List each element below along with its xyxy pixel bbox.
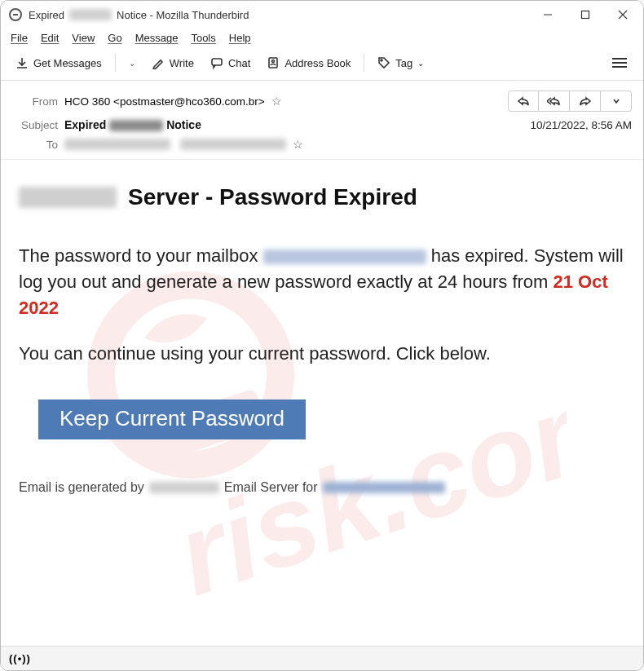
redacted-text xyxy=(263,249,426,264)
heading-text: Server - Password Expired xyxy=(128,184,417,210)
subject-label: Subject xyxy=(12,119,58,131)
star-icon[interactable]: ☆ xyxy=(293,138,303,151)
tag-icon xyxy=(377,56,390,69)
message-datetime: 10/21/2022, 8:56 AM xyxy=(530,119,632,131)
close-button[interactable] xyxy=(604,1,642,29)
chat-label: Chat xyxy=(228,57,250,69)
maximize-button[interactable] xyxy=(567,1,604,29)
footer-pre: Email is generated by xyxy=(19,480,144,495)
to-label: To xyxy=(12,139,58,151)
subject-value: Expired Notice xyxy=(64,118,201,131)
tag-label: Tag xyxy=(395,57,412,69)
download-icon xyxy=(15,56,29,69)
menu-message[interactable]: Message xyxy=(135,32,179,44)
app-menu-button[interactable] xyxy=(604,52,635,73)
svg-point-7 xyxy=(381,60,382,61)
message-headers: From HCO 360 <postmaster@hco360.com.br> … xyxy=(1,81,643,160)
write-button[interactable]: Write xyxy=(145,53,201,73)
more-actions-button[interactable] xyxy=(601,90,632,112)
reply-button[interactable] xyxy=(508,90,539,112)
toolbar: Get Messages ⌄ Write Chat Address Book T… xyxy=(1,49,643,81)
forward-button[interactable] xyxy=(570,90,601,112)
status-bar: ((•)) xyxy=(1,646,643,670)
minimize-button[interactable] xyxy=(529,1,567,29)
subject-suffix: Notice xyxy=(166,118,201,131)
redacted-text xyxy=(19,187,117,208)
get-messages-button[interactable]: Get Messages xyxy=(9,53,108,73)
menu-tools[interactable]: Tools xyxy=(191,32,215,44)
pencil-icon xyxy=(152,56,165,69)
address-book-label: Address Book xyxy=(285,57,351,69)
title-suffix: Notice - Mozilla Thunderbird xyxy=(117,9,249,21)
keep-password-button[interactable]: Keep Current Password xyxy=(38,400,306,439)
from-value: HCO 360 <postmaster@hco360.com.br> xyxy=(64,95,265,108)
menu-go[interactable]: Go xyxy=(108,32,121,44)
redacted-text xyxy=(64,139,170,150)
chat-button[interactable]: Chat xyxy=(204,53,257,73)
redacted-text xyxy=(149,482,219,493)
reply-all-button[interactable] xyxy=(539,90,570,112)
redacted-text xyxy=(180,139,286,150)
message-body: risk.com Server - Password Expired The p… xyxy=(1,160,643,658)
chevron-down-icon: ⌄ xyxy=(417,59,424,68)
svg-point-6 xyxy=(272,60,275,63)
p1-pre: The password to your mailbox xyxy=(19,245,258,266)
subject-prefix: Expired xyxy=(64,118,106,131)
write-label: Write xyxy=(170,57,194,69)
address-book-icon xyxy=(267,56,280,69)
separator xyxy=(364,54,364,72)
get-messages-dropdown[interactable]: ⌄ xyxy=(122,55,142,71)
window-titlebar: Expired Notice - Mozilla Thunderbird xyxy=(1,1,643,29)
body-heading: Server - Password Expired xyxy=(19,184,625,210)
sync-icon: ((•)) xyxy=(9,652,31,664)
separator xyxy=(115,54,116,72)
body-paragraph-2: You can continue using your current pass… xyxy=(19,341,625,367)
body-paragraph-1: The password to your mailbox has expired… xyxy=(19,243,625,321)
tag-button[interactable]: Tag ⌄ xyxy=(371,53,430,73)
chat-icon xyxy=(210,56,223,69)
menu-view[interactable]: View xyxy=(72,32,95,44)
menu-bar: File Edit View Go Message Tools Help xyxy=(1,29,643,49)
svg-rect-1 xyxy=(582,11,589,19)
body-footer: Email is generated by Email Server for xyxy=(19,480,625,495)
redacted-text xyxy=(69,9,112,20)
address-book-button[interactable]: Address Book xyxy=(260,53,357,73)
window-title: Expired Notice - Mozilla Thunderbird xyxy=(29,9,529,21)
from-label: From xyxy=(12,95,58,108)
window-controls xyxy=(529,1,642,29)
redacted-text xyxy=(323,482,445,493)
app-icon xyxy=(9,8,22,21)
menu-file[interactable]: File xyxy=(11,32,28,44)
menu-help[interactable]: Help xyxy=(229,32,251,44)
title-prefix: Expired xyxy=(29,9,64,21)
svg-rect-4 xyxy=(212,59,222,65)
redacted-text xyxy=(109,120,163,131)
star-icon[interactable]: ☆ xyxy=(271,95,282,108)
message-actions xyxy=(508,90,632,112)
footer-mid: Email Server for xyxy=(224,480,318,495)
get-messages-label: Get Messages xyxy=(33,57,102,69)
menu-edit[interactable]: Edit xyxy=(41,32,59,44)
